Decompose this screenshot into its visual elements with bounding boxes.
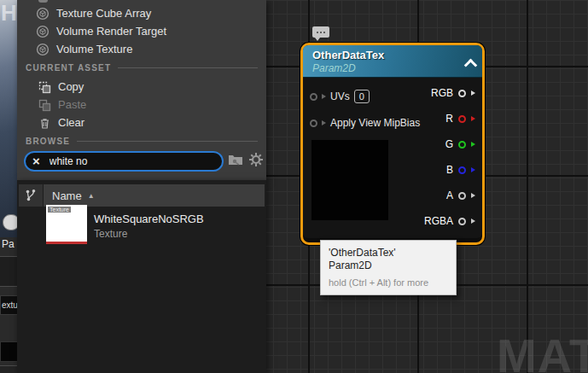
menu-item-volume-texture[interactable]: Volume Texture bbox=[17, 41, 266, 58]
section-divider bbox=[118, 67, 258, 68]
clear-search-icon[interactable]: × bbox=[32, 154, 40, 169]
input-pin-arrow-icon bbox=[322, 120, 326, 125]
output-pin-label: R bbox=[445, 113, 453, 125]
section-current-asset: CURRENT ASSET bbox=[17, 62, 266, 73]
input-pin-arrow-icon bbox=[322, 94, 326, 99]
output-pin-row-rgb[interactable]: RGB bbox=[431, 85, 475, 101]
asset-name[interactable]: WhiteSquareNoSRGB bbox=[94, 213, 204, 225]
output-pin-row-g[interactable]: G bbox=[445, 137, 475, 152]
output-pin-row-b[interactable]: B bbox=[446, 162, 475, 178]
copy-icon bbox=[38, 81, 51, 94]
asset-thumbnail[interactable]: Texture bbox=[46, 205, 87, 244]
uv-channel-value[interactable]: 0 bbox=[354, 90, 370, 103]
menu-item-clear[interactable]: Clear bbox=[17, 114, 266, 131]
trash-icon bbox=[38, 117, 51, 130]
menu-item-copy[interactable]: Copy bbox=[17, 79, 266, 96]
view-options-gear-icon[interactable] bbox=[248, 152, 264, 167]
background-left-panel: H Pa extu bbox=[0, 0, 17, 373]
menu-item-label: Volume Texture bbox=[56, 41, 132, 58]
thumbnail-type-badge: Texture bbox=[48, 207, 71, 213]
asset-picker-menu: Texture Cube Array Volume Render Target … bbox=[17, 0, 266, 180]
node-tooltip: 'OtherDataTex' Param2D hold (Ctrl + Alt)… bbox=[320, 240, 457, 295]
section-browse: BROWSE bbox=[17, 136, 266, 146]
clipped-menu-item-icon bbox=[38, 0, 48, 3]
node-subtitle: Param2D bbox=[312, 62, 356, 74]
thumbnail-type-underline bbox=[46, 242, 87, 244]
output-pin-arrow-icon bbox=[471, 167, 475, 172]
output-pin-arrow-icon bbox=[471, 219, 475, 224]
node-body: UVs 0 Apply View MipBias RGB R G B bbox=[303, 78, 482, 238]
menu-item-volume-render-target[interactable]: Volume Render Target bbox=[17, 23, 266, 40]
node-comment-bubble-icon[interactable] bbox=[312, 26, 329, 38]
name-column-header[interactable]: Name ▲ bbox=[44, 184, 265, 207]
output-pin-arrow-icon bbox=[471, 193, 475, 198]
input-pin-icon[interactable] bbox=[310, 93, 317, 101]
output-pin-icon[interactable] bbox=[458, 218, 466, 225]
output-pin-label: G bbox=[445, 138, 453, 150]
menu-item-label: Copy bbox=[58, 79, 84, 96]
node-header[interactable]: OtherDataTex Param2D bbox=[303, 45, 482, 78]
tooltip-subtitle: Param2D bbox=[329, 259, 448, 272]
menu-item-texture-cube-array[interactable]: Texture Cube Array bbox=[17, 5, 266, 22]
output-pin-icon[interactable] bbox=[458, 166, 466, 174]
output-pin-arrow-icon bbox=[471, 116, 475, 121]
paste-icon bbox=[38, 99, 51, 112]
menu-item-label: Paste bbox=[58, 96, 86, 114]
texture-type-icon bbox=[36, 7, 49, 20]
material-watermark-text: MAT bbox=[497, 328, 588, 373]
texture-preview-square bbox=[311, 140, 388, 220]
output-pin-label: A bbox=[446, 189, 453, 201]
menu-item-label: Volume Render Target bbox=[56, 23, 166, 40]
output-pin-icon[interactable] bbox=[458, 90, 466, 97]
search-input[interactable] bbox=[48, 154, 196, 168]
output-pin-icon[interactable] bbox=[458, 141, 466, 149]
output-pin-row-rgba[interactable]: RGBA bbox=[424, 213, 475, 229]
input-pin-row-uvs[interactable]: UVs 0 bbox=[310, 89, 370, 104]
details-row-sliver bbox=[0, 256, 17, 287]
output-pin-row-r[interactable]: R bbox=[445, 111, 475, 126]
output-pin-label: RGBA bbox=[424, 215, 453, 227]
collapse-chevron-icon[interactable] bbox=[466, 58, 474, 67]
output-pin-icon[interactable] bbox=[458, 192, 466, 200]
details-partial-label: Pa bbox=[2, 238, 15, 250]
output-pin-icon[interactable] bbox=[458, 115, 466, 123]
input-pin-label: Apply View MipBias bbox=[330, 117, 420, 129]
asset-search-box[interactable]: × bbox=[24, 151, 224, 172]
texture-param-node[interactable]: OtherDataTex Param2D UVs 0 Apply View Mi… bbox=[300, 43, 485, 245]
input-pin-label: UVs bbox=[330, 90, 350, 102]
section-label: CURRENT ASSET bbox=[26, 63, 111, 73]
output-pin-label: RGB bbox=[431, 87, 453, 99]
node-title: OtherDataTex bbox=[312, 49, 384, 61]
material-editor-screen: MAT H Pa extu OtherDataTex Param2D UVs 0 bbox=[0, 0, 588, 373]
section-label: BROWSE bbox=[26, 137, 70, 146]
tooltip-title: 'OtherDataTex' bbox=[329, 247, 448, 259]
section-divider bbox=[77, 141, 258, 142]
details-row-sliver bbox=[0, 365, 17, 373]
asset-result-list: Name ▲ Texture WhiteSquareNoSRGB Texture bbox=[17, 180, 266, 373]
menu-item-label: Texture Cube Array bbox=[56, 5, 151, 22]
browse-to-folder-icon[interactable] bbox=[228, 153, 243, 168]
texture-type-icon bbox=[36, 43, 49, 56]
menu-item-label: Clear bbox=[58, 114, 84, 131]
details-thumbnail-sliver bbox=[0, 341, 19, 362]
output-pin-label: B bbox=[446, 164, 453, 176]
output-pin-arrow-icon bbox=[471, 90, 475, 96]
source-control-column-header[interactable] bbox=[19, 184, 43, 207]
input-pin-icon[interactable] bbox=[310, 119, 317, 127]
preview-viewport-sliver: H bbox=[0, 0, 17, 237]
tooltip-hint: hold (Ctrl + Alt) for more bbox=[329, 277, 448, 288]
column-header-label: Name bbox=[52, 189, 82, 202]
asset-type: Texture bbox=[94, 228, 127, 240]
texture-type-icon bbox=[36, 25, 49, 38]
viewport-letter: H bbox=[1, 0, 17, 26]
menu-item-paste[interactable]: Paste bbox=[17, 96, 266, 114]
input-pin-row-mipbias[interactable]: Apply View MipBias bbox=[310, 115, 420, 131]
output-pin-row-a[interactable]: A bbox=[446, 188, 475, 203]
output-pin-arrow-icon bbox=[471, 142, 475, 147]
sort-ascending-icon: ▲ bbox=[88, 192, 95, 200]
